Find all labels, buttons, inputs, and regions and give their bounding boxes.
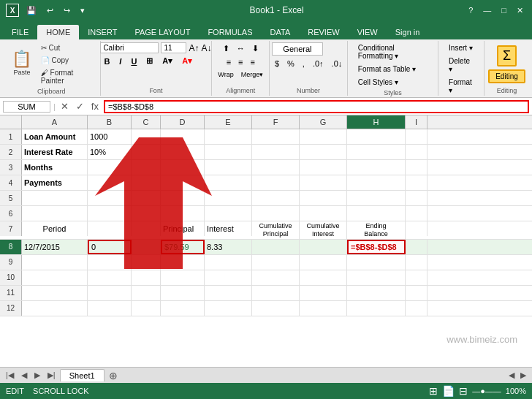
page-layout-button[interactable]: 📄 xyxy=(442,385,455,397)
cell-g9[interactable] xyxy=(300,255,347,270)
cell-g3[interactable] xyxy=(300,160,347,175)
cell-i2[interactable] xyxy=(406,145,428,159)
redo-button[interactable]: ↪ xyxy=(61,4,73,17)
cell-c5[interactable] xyxy=(132,191,161,205)
cell-b2[interactable]: 10% xyxy=(88,145,132,159)
tab-insert[interactable]: INSERT xyxy=(79,25,126,39)
cell-c11[interactable] xyxy=(132,286,161,300)
cell-f8[interactable] xyxy=(252,240,300,254)
confirm-formula-button[interactable]: ✓ xyxy=(74,101,86,112)
sheet-tab-1[interactable]: Sheet1 xyxy=(60,369,104,381)
cell-h7[interactable]: EndingBalance xyxy=(347,221,406,239)
grid-view-button[interactable]: ⊞ xyxy=(429,385,438,397)
font-size-input[interactable] xyxy=(161,42,186,53)
row-header-12[interactable]: 12 xyxy=(0,301,22,316)
align-top-button[interactable]: ⬆ xyxy=(220,42,232,55)
cell-i5[interactable] xyxy=(406,191,428,205)
cell-a10[interactable] xyxy=(22,270,88,285)
col-header-c[interactable]: C xyxy=(132,115,161,129)
tab-page-layout[interactable]: PAGE LAYOUT xyxy=(126,25,199,39)
cell-c1[interactable] xyxy=(132,129,161,144)
cell-c2[interactable] xyxy=(132,145,161,159)
sheet-nav-last[interactable]: ▶| xyxy=(45,369,58,381)
decrease-font-button[interactable]: A↓ xyxy=(201,43,211,53)
add-sheet-button[interactable]: ⊕ xyxy=(106,370,121,381)
cell-c6[interactable] xyxy=(132,206,161,221)
cell-b9[interactable] xyxy=(88,255,132,270)
cell-e4[interactable] xyxy=(205,175,252,190)
row-header-3[interactable]: 3 xyxy=(0,160,22,175)
percent-format-button[interactable]: % xyxy=(284,58,297,69)
row-header-6[interactable]: 6 xyxy=(0,206,22,221)
cell-f9[interactable] xyxy=(252,255,300,270)
row-header-2[interactable]: 2 xyxy=(0,145,22,159)
cell-i8[interactable] xyxy=(406,240,428,254)
horizontal-scroll-right[interactable]: ▶ xyxy=(520,370,526,380)
cell-a2[interactable]: Interest Rate xyxy=(22,145,88,159)
cell-g7[interactable]: CumulativeInterest xyxy=(300,221,347,239)
tab-home[interactable]: HOME xyxy=(37,25,79,39)
minimize-button[interactable]: — xyxy=(480,4,494,16)
cell-d1[interactable] xyxy=(161,129,205,144)
col-header-e[interactable]: E xyxy=(205,115,252,129)
align-bottom-button[interactable]: ⬇ xyxy=(249,42,262,55)
cell-g6[interactable] xyxy=(300,206,347,221)
increase-font-button[interactable]: A↑ xyxy=(189,43,199,53)
col-header-d[interactable]: D xyxy=(161,115,205,129)
cell-b11[interactable] xyxy=(88,286,132,300)
number-format-selector[interactable]: General xyxy=(272,42,323,56)
horizontal-scroll-left[interactable]: ◀ xyxy=(509,370,514,380)
row-header-5[interactable]: 5 xyxy=(0,191,22,205)
autosum-button[interactable]: Σ xyxy=(497,45,517,66)
insert-cells-button[interactable]: Insert ▾ xyxy=(444,42,477,53)
cell-e5[interactable] xyxy=(205,191,252,205)
cell-i9[interactable] xyxy=(406,255,428,270)
tab-sign-in[interactable]: Sign in xyxy=(387,25,429,39)
name-box[interactable] xyxy=(3,101,50,113)
cell-b6[interactable] xyxy=(88,206,132,221)
cell-c9[interactable] xyxy=(132,255,161,270)
cell-d8[interactable]: $79.59 xyxy=(161,240,205,254)
delete-cells-button[interactable]: Delete ▾ xyxy=(444,56,478,75)
cell-h2[interactable] xyxy=(347,145,406,159)
cell-f2[interactable] xyxy=(252,145,300,159)
cell-d6[interactable] xyxy=(161,206,205,221)
cell-i4[interactable] xyxy=(406,175,428,190)
cell-b10[interactable] xyxy=(88,270,132,285)
bold-button[interactable]: B xyxy=(100,56,113,67)
cell-d3[interactable] xyxy=(161,160,205,175)
cell-b3[interactable] xyxy=(88,160,132,175)
increase-decimal-button[interactable]: .0↑ xyxy=(310,58,327,69)
cell-a4[interactable]: Payments xyxy=(22,175,88,190)
save-button[interactable]: 💾 xyxy=(23,4,39,17)
cell-e2[interactable] xyxy=(205,145,252,159)
row-header-1[interactable]: 1 xyxy=(0,129,22,144)
fill-color-button[interactable]: A▾ xyxy=(159,55,176,67)
cell-a11[interactable] xyxy=(22,286,88,300)
cell-d5[interactable] xyxy=(161,191,205,205)
col-header-h[interactable]: H xyxy=(347,115,406,129)
cell-h12[interactable] xyxy=(347,301,406,316)
cell-d4[interactable] xyxy=(161,175,205,190)
cell-e11[interactable] xyxy=(205,286,252,300)
cell-f3[interactable] xyxy=(252,160,300,175)
cell-h3[interactable] xyxy=(347,160,406,175)
cell-g5[interactable] xyxy=(300,191,347,205)
row-header-8[interactable]: 8 xyxy=(0,240,22,254)
row-header-11[interactable]: 11 xyxy=(0,286,22,300)
cell-a9[interactable] xyxy=(22,255,88,270)
cell-h10[interactable] xyxy=(347,270,406,285)
cell-d7[interactable]: Principal xyxy=(161,221,205,236)
cell-b8[interactable]: 0 xyxy=(88,240,132,254)
conditional-formatting-button[interactable]: Conditional Formatting ▾ xyxy=(354,42,432,61)
cell-g12[interactable] xyxy=(300,301,347,316)
italic-button[interactable]: I xyxy=(115,56,125,67)
cell-e12[interactable] xyxy=(205,301,252,316)
cell-d10[interactable] xyxy=(161,270,205,285)
accounting-format-button[interactable]: $ xyxy=(272,58,282,69)
cell-a12[interactable] xyxy=(22,301,88,316)
align-left-button[interactable]: ≡ xyxy=(224,56,234,68)
cell-d2[interactable] xyxy=(161,145,205,159)
col-header-i[interactable]: I xyxy=(406,115,428,129)
paste-button[interactable]: 📋 Paste xyxy=(9,42,35,83)
